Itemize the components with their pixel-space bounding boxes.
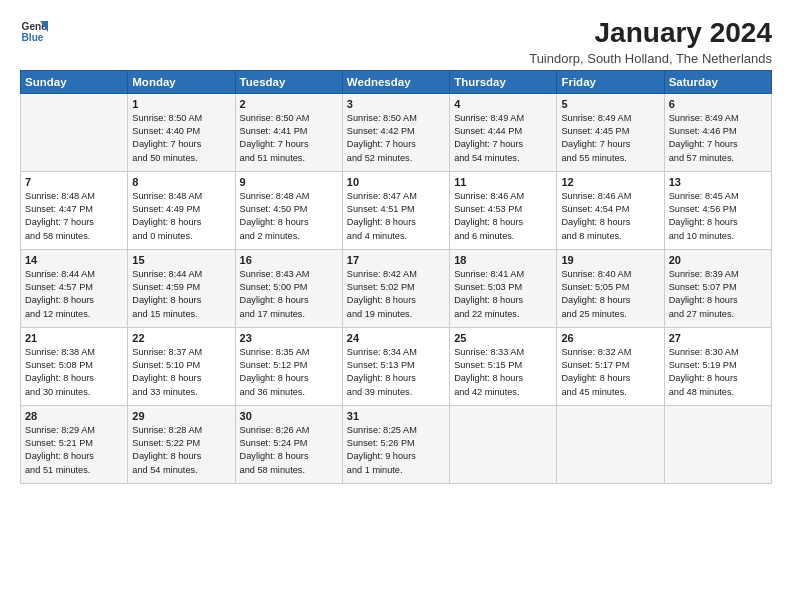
day-info: Sunrise: 8:25 AMSunset: 5:26 PMDaylight:… (347, 424, 445, 477)
col-friday: Friday (557, 70, 664, 93)
day-info: Sunrise: 8:46 AMSunset: 4:54 PMDaylight:… (561, 190, 659, 243)
day-number: 8 (132, 176, 230, 188)
table-row: 7Sunrise: 8:48 AMSunset: 4:47 PMDaylight… (21, 171, 128, 249)
table-row: 23Sunrise: 8:35 AMSunset: 5:12 PMDayligh… (235, 327, 342, 405)
day-number: 7 (25, 176, 123, 188)
calendar-week-row: 28Sunrise: 8:29 AMSunset: 5:21 PMDayligh… (21, 405, 772, 483)
col-wednesday: Wednesday (342, 70, 449, 93)
logo: General Blue (20, 18, 48, 46)
day-info: Sunrise: 8:38 AMSunset: 5:08 PMDaylight:… (25, 346, 123, 399)
col-thursday: Thursday (450, 70, 557, 93)
day-info: Sunrise: 8:44 AMSunset: 4:59 PMDaylight:… (132, 268, 230, 321)
day-number: 15 (132, 254, 230, 266)
day-number: 9 (240, 176, 338, 188)
day-info: Sunrise: 8:44 AMSunset: 4:57 PMDaylight:… (25, 268, 123, 321)
day-number: 20 (669, 254, 767, 266)
calendar-week-row: 21Sunrise: 8:38 AMSunset: 5:08 PMDayligh… (21, 327, 772, 405)
table-row: 5Sunrise: 8:49 AMSunset: 4:45 PMDaylight… (557, 93, 664, 171)
day-number: 25 (454, 332, 552, 344)
day-number: 23 (240, 332, 338, 344)
table-row (664, 405, 771, 483)
day-info: Sunrise: 8:43 AMSunset: 5:00 PMDaylight:… (240, 268, 338, 321)
day-number: 10 (347, 176, 445, 188)
header: General Blue January 2024 Tuindorp, Sout… (20, 18, 772, 66)
day-info: Sunrise: 8:47 AMSunset: 4:51 PMDaylight:… (347, 190, 445, 243)
day-info: Sunrise: 8:42 AMSunset: 5:02 PMDaylight:… (347, 268, 445, 321)
table-row: 27Sunrise: 8:30 AMSunset: 5:19 PMDayligh… (664, 327, 771, 405)
day-info: Sunrise: 8:48 AMSunset: 4:49 PMDaylight:… (132, 190, 230, 243)
table-row: 1Sunrise: 8:50 AMSunset: 4:40 PMDaylight… (128, 93, 235, 171)
day-info: Sunrise: 8:35 AMSunset: 5:12 PMDaylight:… (240, 346, 338, 399)
col-saturday: Saturday (664, 70, 771, 93)
table-row: 9Sunrise: 8:48 AMSunset: 4:50 PMDaylight… (235, 171, 342, 249)
day-info: Sunrise: 8:46 AMSunset: 4:53 PMDaylight:… (454, 190, 552, 243)
day-info: Sunrise: 8:37 AMSunset: 5:10 PMDaylight:… (132, 346, 230, 399)
day-number: 21 (25, 332, 123, 344)
table-row (557, 405, 664, 483)
day-info: Sunrise: 8:45 AMSunset: 4:56 PMDaylight:… (669, 190, 767, 243)
table-row: 4Sunrise: 8:49 AMSunset: 4:44 PMDaylight… (450, 93, 557, 171)
table-row: 22Sunrise: 8:37 AMSunset: 5:10 PMDayligh… (128, 327, 235, 405)
day-info: Sunrise: 8:32 AMSunset: 5:17 PMDaylight:… (561, 346, 659, 399)
day-info: Sunrise: 8:50 AMSunset: 4:42 PMDaylight:… (347, 112, 445, 165)
calendar-table: Sunday Monday Tuesday Wednesday Thursday… (20, 70, 772, 484)
day-number: 2 (240, 98, 338, 110)
day-number: 26 (561, 332, 659, 344)
table-row: 19Sunrise: 8:40 AMSunset: 5:05 PMDayligh… (557, 249, 664, 327)
day-info: Sunrise: 8:49 AMSunset: 4:44 PMDaylight:… (454, 112, 552, 165)
table-row: 12Sunrise: 8:46 AMSunset: 4:54 PMDayligh… (557, 171, 664, 249)
day-number: 13 (669, 176, 767, 188)
day-info: Sunrise: 8:28 AMSunset: 5:22 PMDaylight:… (132, 424, 230, 477)
day-info: Sunrise: 8:29 AMSunset: 5:21 PMDaylight:… (25, 424, 123, 477)
day-number: 6 (669, 98, 767, 110)
day-number: 17 (347, 254, 445, 266)
days-header-row: Sunday Monday Tuesday Wednesday Thursday… (21, 70, 772, 93)
day-info: Sunrise: 8:50 AMSunset: 4:40 PMDaylight:… (132, 112, 230, 165)
day-info: Sunrise: 8:34 AMSunset: 5:13 PMDaylight:… (347, 346, 445, 399)
day-info: Sunrise: 8:48 AMSunset: 4:50 PMDaylight:… (240, 190, 338, 243)
day-number: 22 (132, 332, 230, 344)
day-number: 11 (454, 176, 552, 188)
day-number: 12 (561, 176, 659, 188)
calendar-week-row: 1Sunrise: 8:50 AMSunset: 4:40 PMDaylight… (21, 93, 772, 171)
table-row (450, 405, 557, 483)
day-number: 30 (240, 410, 338, 422)
table-row: 18Sunrise: 8:41 AMSunset: 5:03 PMDayligh… (450, 249, 557, 327)
month-title: January 2024 (529, 18, 772, 49)
table-row: 14Sunrise: 8:44 AMSunset: 4:57 PMDayligh… (21, 249, 128, 327)
col-sunday: Sunday (21, 70, 128, 93)
day-number: 4 (454, 98, 552, 110)
table-row: 20Sunrise: 8:39 AMSunset: 5:07 PMDayligh… (664, 249, 771, 327)
day-number: 16 (240, 254, 338, 266)
table-row: 31Sunrise: 8:25 AMSunset: 5:26 PMDayligh… (342, 405, 449, 483)
day-info: Sunrise: 8:49 AMSunset: 4:46 PMDaylight:… (669, 112, 767, 165)
table-row: 13Sunrise: 8:45 AMSunset: 4:56 PMDayligh… (664, 171, 771, 249)
table-row: 30Sunrise: 8:26 AMSunset: 5:24 PMDayligh… (235, 405, 342, 483)
day-info: Sunrise: 8:49 AMSunset: 4:45 PMDaylight:… (561, 112, 659, 165)
day-number: 27 (669, 332, 767, 344)
day-number: 14 (25, 254, 123, 266)
table-row: 28Sunrise: 8:29 AMSunset: 5:21 PMDayligh… (21, 405, 128, 483)
table-row: 6Sunrise: 8:49 AMSunset: 4:46 PMDaylight… (664, 93, 771, 171)
day-number: 28 (25, 410, 123, 422)
day-number: 5 (561, 98, 659, 110)
svg-text:Blue: Blue (22, 32, 44, 43)
day-number: 1 (132, 98, 230, 110)
table-row: 25Sunrise: 8:33 AMSunset: 5:15 PMDayligh… (450, 327, 557, 405)
table-row: 8Sunrise: 8:48 AMSunset: 4:49 PMDaylight… (128, 171, 235, 249)
table-row: 26Sunrise: 8:32 AMSunset: 5:17 PMDayligh… (557, 327, 664, 405)
calendar-week-row: 14Sunrise: 8:44 AMSunset: 4:57 PMDayligh… (21, 249, 772, 327)
table-row: 24Sunrise: 8:34 AMSunset: 5:13 PMDayligh… (342, 327, 449, 405)
day-info: Sunrise: 8:39 AMSunset: 5:07 PMDaylight:… (669, 268, 767, 321)
col-monday: Monday (128, 70, 235, 93)
logo-icon: General Blue (20, 18, 48, 46)
table-row: 11Sunrise: 8:46 AMSunset: 4:53 PMDayligh… (450, 171, 557, 249)
calendar-page: General Blue January 2024 Tuindorp, Sout… (0, 0, 792, 612)
day-number: 3 (347, 98, 445, 110)
day-info: Sunrise: 8:48 AMSunset: 4:47 PMDaylight:… (25, 190, 123, 243)
day-number: 31 (347, 410, 445, 422)
day-number: 29 (132, 410, 230, 422)
day-info: Sunrise: 8:30 AMSunset: 5:19 PMDaylight:… (669, 346, 767, 399)
location-subtitle: Tuindorp, South Holland, The Netherlands (529, 51, 772, 66)
table-row: 3Sunrise: 8:50 AMSunset: 4:42 PMDaylight… (342, 93, 449, 171)
